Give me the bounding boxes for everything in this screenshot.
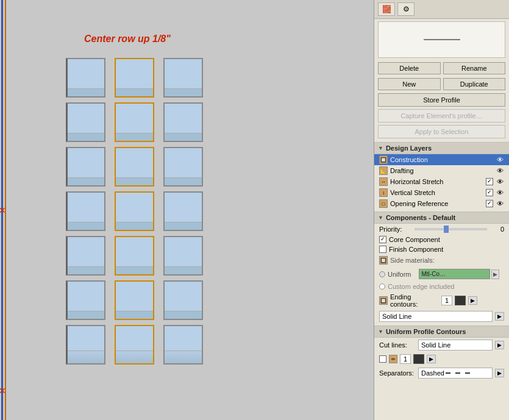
delete-rename-row: Delete Rename [374,60,509,76]
window-cell [163,147,203,187]
finish-component-row: Finish Component [374,244,509,254]
center-label: Center row up 1/8" [84,34,171,44]
cut-lines-val-arrow[interactable]: ▶ [427,355,436,363]
cut-lines-value-row: ✏ 1 ▶ [374,352,509,366]
custom-edge-radio[interactable] [379,283,385,290]
horizontal-stretch-name: Horizontal Stretch [390,178,483,185]
uniform-radio-row: Uniform Mtl-Co… ▶ [374,266,509,282]
vertical-stretch-visibility[interactable]: 👁 [496,188,504,197]
cut-lines-checkbox[interactable] [379,355,386,363]
opening-reference-name: Opening Reference [390,200,483,207]
horizontal-stretch-checkbox[interactable] [486,178,493,185]
dashed-line-preview [446,372,489,374]
drawing-content: Center row up 1/8" [11,0,374,420]
layer-item-vertical-stretch[interactable]: ↕ Vertical Stretch 👁 [374,187,509,198]
separators-label: Separators: [379,369,416,377]
opening-reference-checkbox[interactable] [486,200,493,207]
vertical-stretch-checkbox[interactable] [486,189,493,196]
ending-contours-arrow[interactable]: ▶ [468,296,477,305]
rename-button[interactable]: Rename [443,62,506,74]
cut-lines-color[interactable] [413,354,424,364]
profile-icon-btn[interactable]: 🧱 [378,2,395,16]
window-grid [66,58,203,365]
uniform-radio[interactable] [379,271,385,277]
window-cell [66,191,105,231]
preview-area [378,21,505,58]
side-materials-icon: 🔲 [379,256,388,265]
window-cell [66,325,105,365]
material-select: Mtl-Co… ▶ [419,269,499,279]
design-layers-header[interactable]: ▼ Design Layers [374,142,509,154]
material-arrow[interactable]: ▶ [491,269,499,279]
material-name[interactable]: Mtl-Co… [419,269,490,279]
ending-contours-color[interactable] [455,296,466,305]
construction-layer-name: Construction [390,156,493,163]
cut-lines-type-select[interactable]: Solid Line [418,340,493,351]
drafting-layer-icon: 📐 [379,166,388,175]
drafting-layer-name: Drafting [390,167,493,174]
window-cell [163,325,203,365]
window-cell [66,280,105,320]
separators-type-select[interactable]: Dashed [418,368,493,379]
vertical-stretch-icon: ↕ [379,188,388,197]
cut-lines-arrow[interactable]: ▶ [495,341,504,349]
window-cell [115,58,154,98]
separators-type-label: Dashed [421,369,444,377]
cross-mark-top: ✕ [0,205,6,215]
dash [465,372,470,374]
construction-visibility[interactable]: 👁 [496,155,504,164]
priority-thumb[interactable] [444,226,449,233]
eye-icon: 👁 [497,167,504,174]
priority-label: Priority: [379,226,410,233]
vertical-stretch-name: Vertical Stretch [390,189,483,196]
cross-mark-bottom: ✕ [0,386,6,396]
priority-value: 0 [492,226,504,233]
opening-reference-visibility[interactable]: 👁 [496,199,504,208]
settings-icon-btn[interactable]: ⚙ [397,2,415,16]
right-panel: 🧱 ⚙ Delete Rename New Duplicate Store Pr… [374,0,509,420]
dash [446,372,450,374]
separators-arrow[interactable]: ▶ [495,369,504,377]
uniform-profile-contours-header[interactable]: ▼ Uniform Profile Contours [374,326,509,338]
window-cell [163,58,203,98]
components-triangle: ▼ [378,215,383,221]
new-duplicate-row: New Duplicate [374,76,509,92]
eye-icon: 👁 [497,189,504,196]
side-materials-label: Side materials: [390,257,435,264]
window-cell [115,236,154,276]
window-cell [163,102,203,142]
layer-item-horizontal-stretch[interactable]: ↔ Horizontal Stretch 👁 [374,176,509,187]
new-button[interactable]: New [378,78,441,90]
delete-button[interactable]: Delete [378,62,441,74]
ending-line-type-select[interactable]: Solid Line [379,311,493,322]
window-cell [115,191,154,231]
core-component-checkbox[interactable] [379,236,386,243]
layer-item-construction[interactable]: 🔲 Construction 👁 [374,154,509,165]
uniform-contours-triangle: ▼ [378,329,383,335]
ending-line-type-arrow[interactable]: ▶ [495,312,504,321]
layer-item-drafting[interactable]: 📐 Drafting 👁 [374,165,509,176]
window-cell [66,102,105,142]
uniform-contours-title: Uniform Profile Contours [386,328,466,335]
drafting-visibility[interactable]: 👁 [496,166,504,175]
priority-slider[interactable] [415,228,487,230]
finish-component-checkbox[interactable] [379,246,386,253]
ending-contours-label: Ending contours: [390,293,439,308]
cut-lines-row: Cut lines: Solid Line ▶ [374,338,509,352]
eye-icon: 👁 [497,200,504,207]
store-profile-button[interactable]: Store Profile [378,93,505,107]
cut-lines-icon: ✏ [389,355,397,363]
layer-item-opening-reference[interactable]: □ Opening Reference 👁 [374,198,509,209]
horizontal-stretch-visibility[interactable]: 👁 [496,177,504,186]
components-header[interactable]: ▼ Components - Default [374,212,509,224]
ending-contours-row: 🔲 Ending contours: 1 ▶ [374,291,509,310]
ending-contours-value[interactable]: 1 [441,296,452,305]
priority-row: Priority: 0 [374,224,509,235]
duplicate-button[interactable]: Duplicate [443,78,506,90]
preview-line [424,40,460,40]
cut-lines-num: 1 [400,354,411,364]
custom-edge-row: Custom edge included [374,282,509,291]
drawing-area: ✕ ✕ Center row up 1/8" [0,0,374,420]
window-cell [115,325,154,365]
window-cell [115,102,154,142]
